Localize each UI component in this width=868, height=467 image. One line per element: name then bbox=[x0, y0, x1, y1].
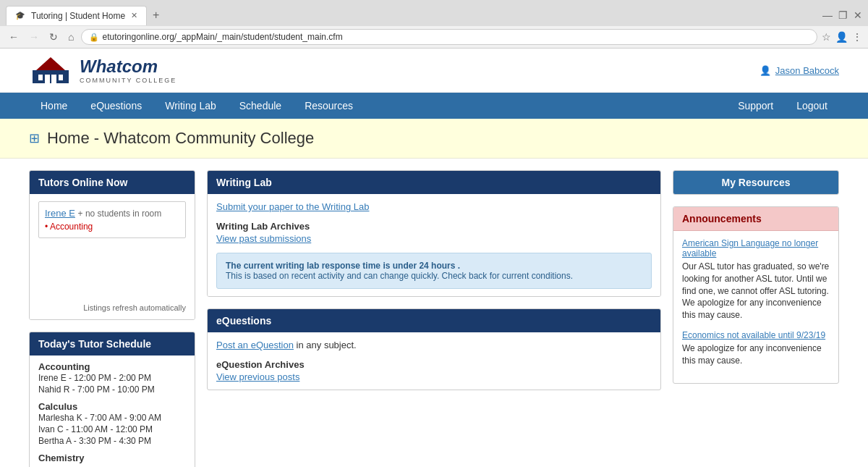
post-equestion-link[interactable]: Post an eQuestion bbox=[216, 340, 294, 350]
post-suffix: in any subject. bbox=[294, 340, 357, 350]
nav-home[interactable]: Home bbox=[29, 93, 79, 119]
info-highlight: The current writing lab response time is… bbox=[226, 261, 460, 271]
logo-text-area: Whatcom COMMUNITY COLLEGE bbox=[80, 56, 176, 84]
schedule-entry: Bertha A - 3:30 PM - 4:30 PM bbox=[38, 435, 186, 447]
user-name: Jason Babcock bbox=[775, 65, 839, 76]
announcement-item-2: Economics not available until 9/23/19 We… bbox=[682, 330, 830, 367]
tutors-online-panel: Tutors Online Now Irene E + no students … bbox=[29, 170, 195, 320]
schedule-body[interactable]: Accounting Irene E - 12:00 PM - 2:00 PM … bbox=[30, 355, 195, 467]
grid-icon: ⊞ bbox=[29, 130, 40, 146]
user-area[interactable]: 👤 Jason Babcock bbox=[760, 65, 839, 76]
college-logo bbox=[29, 56, 72, 85]
site-header: Whatcom COMMUNITY COLLEGE 👤 Jason Babcoc… bbox=[0, 49, 868, 93]
announcement-item-1: American Sign Language no longer availab… bbox=[682, 238, 830, 321]
nav-schedule[interactable]: Schedule bbox=[228, 93, 293, 119]
equestions-header: eQuestions bbox=[208, 309, 660, 332]
view-previous-posts-link[interactable]: View previous posts bbox=[216, 371, 299, 382]
url-input[interactable]: 🔒 etutoringonline.org/_appMain/_main/stu… bbox=[81, 29, 817, 45]
schedule-subject-accounting: Accounting bbox=[38, 361, 186, 372]
schedule-subject-chemistry: Chemistry bbox=[38, 453, 186, 463]
nav-support[interactable]: Support bbox=[726, 93, 785, 119]
page-title-area: ⊞ Home - Whatcom Community College bbox=[0, 119, 868, 159]
logo-sub: COMMUNITY COLLEGE bbox=[80, 77, 176, 84]
url-text: etutoringonline.org/_appMain/_main/stude… bbox=[102, 32, 342, 42]
svg-rect-4 bbox=[38, 75, 43, 80]
nav-right: Support Logout bbox=[726, 93, 839, 119]
tutors-online-header: Tutors Online Now bbox=[30, 171, 195, 194]
svg-rect-2 bbox=[45, 75, 50, 83]
close-button[interactable]: ✕ bbox=[854, 9, 862, 21]
forward-button[interactable]: → bbox=[26, 30, 42, 44]
economics-announcement-link[interactable]: Economics not available until 9/23/19 bbox=[682, 330, 830, 340]
writing-lab-info-box: The current writing lab response time is… bbox=[216, 253, 652, 289]
economics-announcement-text: We apologize for any inconvenience this … bbox=[682, 342, 830, 367]
svg-marker-1 bbox=[36, 57, 65, 70]
tab-title: Tutoring | Student Home bbox=[31, 11, 125, 21]
schedule-entry: Irene E - 12:00 PM - 2:00 PM bbox=[38, 372, 186, 384]
nav-logout[interactable]: Logout bbox=[785, 93, 839, 119]
nav-equestions[interactable]: eQuestions bbox=[79, 93, 153, 119]
bookmark-button[interactable]: ☆ bbox=[822, 31, 831, 43]
listings-refresh: Listings refresh automatically bbox=[38, 300, 186, 312]
asl-announcement-link[interactable]: American Sign Language no longer availab… bbox=[682, 238, 830, 258]
announcements-panel: Announcements American Sign Language no … bbox=[673, 206, 839, 384]
svg-rect-5 bbox=[59, 75, 63, 80]
tab-bar: 🎓 Tutoring | Student Home ✕ + — ❐ ✕ bbox=[0, 0, 868, 26]
post-equestion-line: Post an eQuestion in any subject. bbox=[216, 340, 652, 350]
schedule-panel: Today's Tutor Schedule Accounting Irene … bbox=[29, 332, 195, 467]
writing-lab-header: Writing Lab bbox=[208, 171, 660, 194]
writing-lab-title: Writing Lab bbox=[216, 177, 272, 188]
schedule-subject-calculus: Calculus bbox=[38, 401, 186, 412]
tutors-online-body: Irene E + no students in room Accounting… bbox=[30, 194, 195, 319]
tutor-subject: Accounting bbox=[45, 222, 179, 232]
left-column: Tutors Online Now Irene E + no students … bbox=[29, 170, 195, 467]
page-title: Home - Whatcom Community College bbox=[47, 129, 314, 148]
main-content: Tutors Online Now Irene E + no students … bbox=[0, 159, 868, 467]
middle-column: Writing Lab Submit your paper to the Wri… bbox=[207, 170, 661, 390]
minimize-button[interactable]: — bbox=[822, 9, 833, 21]
user-icon: 👤 bbox=[760, 65, 771, 76]
active-tab[interactable]: 🎓 Tutoring | Student Home ✕ bbox=[6, 6, 147, 25]
view-past-submissions-link[interactable]: View past submissions bbox=[216, 233, 652, 244]
browser-actions: — ❐ ✕ bbox=[822, 9, 862, 21]
my-resources-panel: My Resources bbox=[673, 170, 839, 195]
right-column: My Resources Announcements American Sign… bbox=[673, 170, 839, 384]
equestion-archives-title: eQuestion Archives bbox=[216, 359, 652, 370]
nav-writing-lab[interactable]: Writing Lab bbox=[153, 93, 228, 119]
browser-chrome: 🎓 Tutoring | Student Home ✕ + — ❐ ✕ ← → … bbox=[0, 0, 868, 49]
tutors-online-title: Tutors Online Now bbox=[38, 177, 127, 188]
nav-resources[interactable]: Resources bbox=[293, 93, 365, 119]
logo-area: Whatcom COMMUNITY COLLEGE bbox=[29, 56, 176, 85]
tutor-entry: Irene E + no students in room Accounting bbox=[38, 201, 186, 238]
new-tab-button[interactable]: + bbox=[147, 4, 165, 26]
menu-button[interactable]: ⋮ bbox=[852, 31, 862, 43]
schedule-entry: Marlesha K - 7:00 AM - 9:00 AM bbox=[38, 412, 186, 424]
restore-button[interactable]: ❐ bbox=[838, 9, 848, 21]
my-resources-button[interactable]: My Resources bbox=[673, 171, 838, 194]
home-button[interactable]: ⌂ bbox=[65, 30, 77, 44]
writing-lab-body: Submit your paper to the Writing Lab Wri… bbox=[208, 194, 660, 296]
submit-paper-link[interactable]: Submit your paper to the Writing Lab bbox=[216, 201, 652, 212]
user-profile-button[interactable]: 👤 bbox=[835, 31, 848, 43]
tutor-status: + no students in room bbox=[78, 209, 162, 219]
svg-rect-0 bbox=[33, 70, 69, 83]
asl-announcement-text: Our ASL tutor has graduated, so we're lo… bbox=[682, 261, 830, 321]
lock-icon: 🔒 bbox=[89, 33, 99, 42]
back-button[interactable]: ← bbox=[6, 30, 22, 44]
schedule-title: Today's Tutor Schedule bbox=[38, 338, 151, 350]
tab-favicon: 🎓 bbox=[15, 11, 25, 20]
announcements-body: American Sign Language no longer availab… bbox=[673, 231, 838, 383]
svg-rect-3 bbox=[51, 75, 56, 83]
reload-button[interactable]: ↻ bbox=[46, 30, 61, 44]
tutor-name[interactable]: Irene E bbox=[45, 208, 75, 219]
equestions-title: eQuestions bbox=[216, 315, 271, 327]
info-body: This is based on recent activity and can… bbox=[226, 271, 573, 281]
schedule-inner: Accounting Irene E - 12:00 PM - 2:00 PM … bbox=[30, 355, 195, 467]
address-bar: ← → ↻ ⌂ 🔒 etutoringonline.org/_appMain/_… bbox=[0, 26, 868, 48]
writing-archives-title: Writing Lab Archives bbox=[216, 221, 652, 232]
logo-name: Whatcom bbox=[80, 56, 176, 77]
schedule-entry: Nahid R - 7:00 PM - 10:00 PM bbox=[38, 384, 186, 395]
tab-close-button[interactable]: ✕ bbox=[131, 11, 137, 20]
nav-left: Home eQuestions Writing Lab Schedule Res… bbox=[29, 93, 365, 119]
schedule-header: Today's Tutor Schedule bbox=[30, 332, 195, 355]
